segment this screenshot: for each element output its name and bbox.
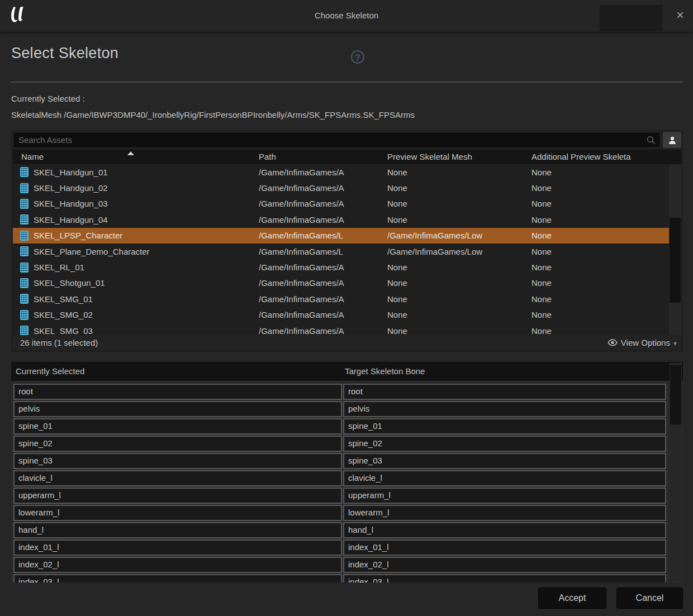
asset-row[interactable]: SKEL_SMG_01/Game/InfimaGames/ANoneNone: [13, 291, 669, 307]
skeleton-asset-icon: [20, 231, 29, 241]
bone-target-cell: index_01_l: [343, 539, 666, 556]
asset-preview-mesh: /Game/InfimaGames/Low: [387, 231, 531, 240]
asset-preview-mesh: /Game/InfimaGames/Low: [387, 247, 531, 256]
asset-path: /Game/InfimaGames/A: [259, 215, 387, 225]
bone-row: spine_03spine_03: [13, 453, 666, 469]
asset-row[interactable]: SKEL_SMG_02/Game/InfimaGames/ANoneNone: [13, 307, 669, 323]
asset-row[interactable]: SKEL_SMG_03/Game/InfimaGames/ANoneNone: [13, 323, 669, 335]
asset-name: SKEL_Handgun_02: [34, 183, 108, 193]
asset-path: /Game/InfimaGames/A: [259, 262, 387, 272]
asset-preview-mesh: None: [387, 215, 531, 225]
asset-list-header: Name Path Preview Skeletal Mesh Addition…: [13, 150, 681, 164]
accept-button[interactable]: Accept: [538, 588, 606, 609]
bone-target-cell: root: [343, 384, 666, 400]
bone-row: index_03_lindex_03_l: [13, 574, 666, 582]
asset-name-cell: SKEL_Plane_Demo_Character: [13, 246, 259, 256]
column-header-target-skeleton-bone: Target Skeleton Bone: [345, 366, 425, 376]
bone-source-cell: lowerarm_l: [13, 505, 342, 521]
asset-row[interactable]: SKEL_RL_01/Game/InfimaGames/ANoneNone: [13, 259, 669, 275]
asset-row[interactable]: SKEL_Handgun_02/Game/InfimaGames/ANoneNo…: [13, 180, 669, 195]
skeleton-asset-icon: [20, 167, 29, 177]
bone-target-cell: upperarm_l: [343, 488, 666, 504]
asset-preview-mesh: None: [387, 278, 531, 288]
column-header-currently-selected: Currently Selected: [16, 366, 84, 376]
bone-source-cell: spine_01: [13, 418, 342, 434]
help-icon[interactable]: ?: [351, 50, 364, 64]
chevron-down-icon: ▾: [673, 340, 677, 347]
asset-preview-mesh: None: [387, 183, 531, 193]
skeleton-asset-icon: [20, 246, 29, 256]
asset-name: SKEL_Handgun_04: [34, 215, 108, 225]
asset-name-cell: SKEL_Shotgun_01: [13, 278, 259, 288]
asset-name-cell: SKEL_SMG_02: [13, 310, 259, 320]
bone-row: clavicle_lclavicle_l: [13, 470, 666, 486]
asset-additional-preview: None: [531, 199, 669, 208]
asset-path: /Game/InfimaGames/A: [259, 278, 387, 288]
bone-target-cell: hand_l: [343, 522, 666, 538]
asset-name: SKEL_Plane_Demo_Character: [34, 247, 150, 256]
sort-ascending-icon: [127, 151, 134, 155]
asset-path: /Game/InfimaGames/A: [259, 199, 387, 208]
bone-target-cell: index_03_l: [343, 574, 666, 582]
dialog-title: Choose Skeleton: [0, 11, 693, 20]
asset-row[interactable]: SKEL_Handgun_01/Game/InfimaGames/ANoneNo…: [13, 164, 669, 180]
asset-additional-preview: None: [531, 231, 669, 240]
page-title: Select Skeleton: [11, 45, 118, 62]
asset-name: SKEL_SMG_03: [34, 326, 93, 335]
asset-path: /Game/InfimaGames/L: [259, 247, 387, 256]
skeleton-asset-icon: [20, 262, 29, 273]
bone-list-scrollbar[interactable]: [670, 363, 682, 581]
bone-scrollbar-thumb[interactable]: [670, 365, 681, 424]
asset-filter-button[interactable]: [663, 132, 681, 148]
asset-row[interactable]: SKEL_LPSP_Character/Game/InfimaGames/L/G…: [13, 228, 669, 243]
asset-row[interactable]: SKEL_Shotgun_01/Game/InfimaGames/ANoneNo…: [13, 275, 669, 291]
currently-selected-label: Currently Selected :: [11, 94, 85, 103]
search-row: [13, 132, 681, 148]
asset-name: SKEL_Shotgun_01: [34, 278, 105, 288]
titlebar-button-placeholder: [600, 5, 662, 31]
asset-name-cell: SKEL_LPSP_Character: [13, 231, 259, 241]
asset-name-cell: SKEL_Handgun_04: [13, 214, 259, 225]
skeleton-asset-icon: [20, 294, 29, 304]
asset-row[interactable]: SKEL_Handgun_03/Game/InfimaGames/ANoneNo…: [13, 196, 669, 212]
asset-preview-mesh: None: [387, 199, 531, 208]
bone-source-cell: pelvis: [13, 401, 342, 417]
asset-row[interactable]: SKEL_Handgun_04/Game/InfimaGames/ANoneNo…: [13, 212, 669, 227]
cancel-button[interactable]: Cancel: [616, 588, 683, 609]
bone-source-cell: hand_l: [13, 522, 342, 538]
eye-icon: [607, 339, 618, 346]
view-options-button[interactable]: View Options ▾: [607, 338, 677, 347]
asset-additional-preview: None: [531, 326, 669, 335]
bone-list: rootrootpelvispelvisspine_01spine_01spin…: [11, 381, 683, 582]
column-header-path[interactable]: Path: [259, 150, 387, 164]
bone-source-cell: index_02_l: [13, 557, 342, 573]
bone-target-cell: spine_01: [343, 418, 666, 434]
asset-name: SKEL_LPSP_Character: [34, 231, 122, 240]
titlebar: Choose Skeleton ×: [0, 0, 693, 32]
asset-name: SKEL_Handgun_01: [34, 168, 108, 177]
skeleton-asset-icon: [20, 199, 29, 209]
bone-source-cell: index_03_l: [13, 574, 342, 582]
asset-path: /Game/InfimaGames/A: [259, 168, 387, 177]
bone-target-cell: index_02_l: [343, 557, 666, 573]
bone-mapping-panel: Currently Selected Target Skeleton Bone …: [11, 362, 683, 582]
bone-row: spine_01spine_01: [13, 418, 666, 434]
asset-preview-mesh: None: [387, 294, 531, 304]
asset-additional-preview: None: [531, 183, 669, 193]
asset-preview-mesh: None: [387, 310, 531, 319]
column-header-additional-preview[interactable]: Additional Preview Skeleta: [531, 150, 681, 164]
asset-preview-mesh: None: [387, 262, 531, 272]
search-input[interactable]: [13, 132, 660, 147]
bone-row: spine_02spine_02: [13, 436, 666, 452]
search-box: [13, 132, 661, 148]
column-header-preview-mesh[interactable]: Preview Skeletal Mesh: [387, 150, 531, 164]
column-header-name[interactable]: Name: [13, 150, 259, 164]
bone-source-cell: spine_03: [13, 453, 342, 469]
asset-name-cell: SKEL_SMG_01: [13, 294, 259, 304]
close-icon[interactable]: ×: [672, 7, 689, 24]
asset-scrollbar-thumb[interactable]: [670, 218, 681, 303]
asset-row[interactable]: SKEL_Plane_Demo_Character/Game/InfimaGam…: [13, 243, 669, 259]
asset-name: SKEL_SMG_02: [34, 310, 93, 319]
asset-list-scrollbar[interactable]: [669, 164, 681, 335]
bone-target-cell: spine_03: [343, 453, 666, 469]
